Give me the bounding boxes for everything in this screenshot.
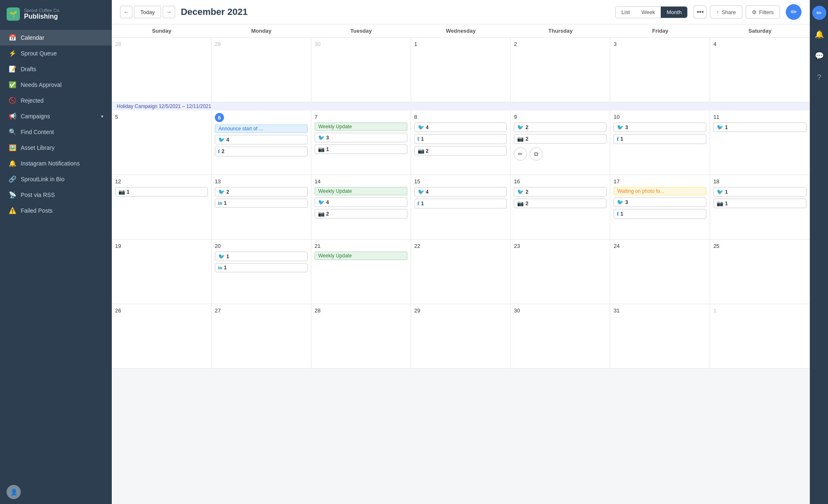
dec9-action-icons: ✏ ⧉: [514, 147, 607, 161]
find-content-icon: 🔍: [8, 128, 17, 136]
sidebar-item-campaigns[interactable]: 📢 Campaigns ▾: [0, 108, 112, 124]
linkedin-icon: in: [218, 201, 222, 206]
day-tuesday: Tuesday: [311, 24, 411, 37]
sidebar-item-calendar[interactable]: 📅 Calendar: [0, 30, 112, 46]
dec6-twitter-post[interactable]: 🐦 4: [215, 135, 308, 144]
cell-dec-30: 30: [510, 304, 610, 368]
notifications-icon[interactable]: 🔔: [812, 27, 826, 41]
instagram-icon: 📷: [318, 211, 325, 217]
dec16-instagram-post[interactable]: 📷 2: [514, 199, 607, 208]
compose-button[interactable]: ✏: [786, 4, 802, 20]
duplicate-button[interactable]: ⧉: [530, 147, 543, 161]
facebook-icon: f: [617, 211, 619, 217]
dec17-facebook-post[interactable]: f 1: [614, 209, 706, 219]
dec7-events: Weekly Update 🐦 3 📷 1: [315, 122, 407, 155]
dec8-instagram-post[interactable]: 📷 2: [414, 146, 507, 156]
event-weekly-update-dec7[interactable]: Weekly Update: [315, 122, 407, 131]
dec10-posts: 🐦 3 f 1: [614, 122, 706, 145]
event-weekly-update-dec21[interactable]: Weekly Update: [315, 252, 407, 260]
cell-dec-21: 21 Weekly Update: [311, 240, 411, 304]
more-options-button[interactable]: •••: [693, 5, 707, 19]
sidebar-label-sprout-queue: Sprout Queue: [21, 50, 104, 57]
today-button[interactable]: Today: [134, 6, 161, 18]
cell-nov-30: 30: [311, 38, 411, 102]
dec8-twitter-post[interactable]: 🐦 4: [414, 122, 507, 132]
dec12-instagram-post[interactable]: 📷 1: [115, 187, 208, 197]
twitter-icon: 🐦: [418, 124, 424, 130]
cell-dec-12: 12 📷 1: [112, 175, 212, 239]
dec7-instagram-post[interactable]: 📷 1: [315, 144, 407, 154]
instagram-notif-icon: 🔔: [8, 160, 17, 167]
dec10-twitter-post[interactable]: 🐦 3: [614, 122, 706, 132]
event-announce-start[interactable]: Announce start of ...: [215, 125, 308, 133]
sidebar-footer: 👤: [0, 480, 112, 504]
dec17-twitter-post[interactable]: 🐦 3: [614, 197, 706, 207]
filters-button[interactable]: ⚙ Filters: [746, 5, 780, 19]
right-icon-bar: ✏ 🔔 💬 ?: [810, 0, 828, 504]
sidebar-item-failed-posts[interactable]: ⚠️ Failed Posts: [0, 203, 112, 218]
cell-dec-11: 11 🐦 1: [710, 110, 810, 175]
cell-dec-7: 7 Weekly Update 🐦 3 📷 1: [311, 110, 411, 175]
campaign-banner[interactable]: Holiday Campaign 12/5/2021 – 12/11/2021: [112, 102, 810, 110]
dec8-facebook-post[interactable]: f 1: [414, 134, 507, 144]
next-button[interactable]: →: [163, 6, 175, 18]
calendar-week-1: 28 29 30 1 2 3 4: [112, 38, 810, 102]
twitter-icon: 🐦: [717, 124, 723, 130]
sidebar-item-instagram-notifications[interactable]: 🔔 Instagram Notifications: [0, 156, 112, 171]
dec6-facebook-post[interactable]: f 2: [215, 146, 308, 156]
calendar-week-1-cells: 28 29 30 1 2 3 4: [112, 38, 810, 102]
sidebar-item-needs-approval[interactable]: ✅ Needs Approval: [0, 77, 112, 93]
sidebar-item-asset-library[interactable]: 🖼️ Asset Library: [0, 140, 112, 156]
twitter-icon: 🐦: [418, 189, 424, 195]
event-waiting-photo[interactable]: Waiting on photo fo...: [614, 187, 706, 195]
calendar-icon: 📅: [8, 34, 17, 41]
event-weekly-update-dec14[interactable]: Weekly Update: [315, 187, 407, 195]
prev-button[interactable]: ←: [120, 6, 132, 18]
compose-floating-button[interactable]: ✏: [812, 6, 826, 20]
dec20-linkedin-post[interactable]: in 1: [215, 263, 308, 272]
dec9-twitter-post[interactable]: 🐦 2: [514, 122, 607, 132]
user-avatar[interactable]: 👤: [7, 485, 21, 499]
dec15-twitter-post[interactable]: 🐦 4: [414, 187, 507, 197]
sidebar-label-sproutlink: SproutLink in Bio: [21, 176, 104, 182]
sidebar-item-drafts[interactable]: 📝 Drafts: [0, 61, 112, 77]
cell-nov-29: 29: [212, 38, 311, 102]
dec10-facebook-post[interactable]: f 1: [614, 134, 706, 144]
calendar-week-2: Holiday Campaign 12/5/2021 – 12/11/2021 …: [112, 102, 810, 175]
dec16-twitter-post[interactable]: 🐦 2: [514, 187, 607, 197]
share-button[interactable]: ↑ Share: [710, 5, 742, 19]
dec14-twitter-post[interactable]: 🐦 4: [315, 197, 407, 207]
cell-dec-20: 20 🐦 1 in 1: [212, 240, 311, 304]
sidebar-item-rejected[interactable]: 🚫 Rejected: [0, 93, 112, 108]
chevron-down-icon: ▾: [101, 114, 104, 119]
sidebar: 🌱 Sprout Coffee Co. Publishing 📅 Calenda…: [0, 0, 112, 504]
comments-icon[interactable]: 💬: [812, 49, 826, 63]
dec14-instagram-post[interactable]: 📷 2: [315, 209, 407, 218]
sidebar-label-instagram-notifications: Instagram Notifications: [21, 160, 104, 167]
facebook-icon: f: [218, 148, 220, 155]
sidebar-item-post-via-rss[interactable]: 📡 Post via RSS: [0, 187, 112, 203]
dec13-twitter-post[interactable]: 🐦 2: [215, 187, 308, 197]
help-icon[interactable]: ?: [812, 70, 826, 84]
sidebar-item-sprout-queue[interactable]: ⚡ Sprout Queue: [0, 46, 112, 61]
dec15-facebook-post[interactable]: f 1: [414, 199, 507, 209]
sidebar-item-sproutlink[interactable]: 🔗 SproutLink in Bio: [0, 171, 112, 187]
sidebar-item-find-content[interactable]: 🔍 Find Content: [0, 124, 112, 140]
sproutlink-icon: 🔗: [8, 175, 17, 183]
calendar-week-5: 26 27 28 29 30 31 1: [112, 304, 810, 369]
facebook-icon: f: [418, 200, 419, 207]
sidebar-brand: Sprout Coffee Co. Publishing: [24, 8, 60, 20]
view-month-button[interactable]: Month: [661, 7, 687, 18]
dec20-twitter-post[interactable]: 🐦 1: [215, 252, 308, 261]
edit-button[interactable]: ✏: [514, 147, 527, 161]
dec9-instagram-post[interactable]: 📷 2: [514, 134, 607, 144]
dec7-twitter-post[interactable]: 🐦 3: [315, 133, 407, 142]
view-week-button[interactable]: Week: [635, 7, 661, 18]
view-list-button[interactable]: List: [616, 7, 635, 18]
dec18-twitter-post[interactable]: 🐦 1: [713, 187, 806, 197]
dec11-twitter-post[interactable]: 🐦 1: [713, 122, 806, 132]
drafts-icon: 📝: [8, 65, 17, 73]
dec18-instagram-post[interactable]: 📷 1: [713, 199, 806, 208]
sidebar-label-calendar: Calendar: [21, 34, 104, 41]
dec13-linkedin-post[interactable]: in 1: [215, 199, 308, 208]
